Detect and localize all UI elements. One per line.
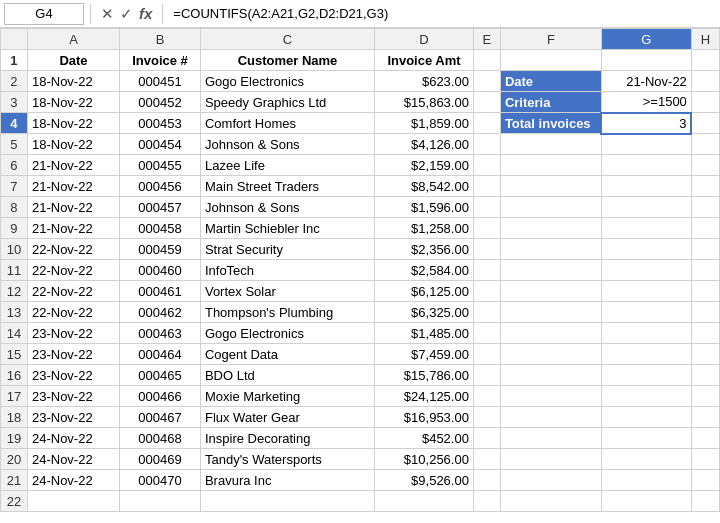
cell-c10[interactable]: Strat Security [200,239,374,260]
cell-a5[interactable]: 18-Nov-22 [27,134,119,155]
col-header-h[interactable]: H [691,29,719,50]
cell-a18[interactable]: 23-Nov-22 [27,407,119,428]
cell-b3[interactable]: 000452 [120,92,201,113]
confirm-icon[interactable]: ✓ [120,5,133,23]
cell-d5[interactable]: $4,126.00 [375,134,474,155]
cell-g4[interactable]: 3 [601,113,691,134]
cell-a16[interactable]: 23-Nov-22 [27,365,119,386]
cell-d11[interactable]: $2,584.00 [375,260,474,281]
cell-c9[interactable]: Martin Schiebler Inc [200,218,374,239]
cell-d14[interactable]: $1,485.00 [375,323,474,344]
cell-g3[interactable]: >=1500 [601,92,691,113]
cell-d8[interactable]: $1,596.00 [375,197,474,218]
cell-a6[interactable]: 21-Nov-22 [27,155,119,176]
cell-f3[interactable]: Criteria [500,92,601,113]
row-num-19[interactable]: 19 [1,428,28,449]
cell-b6[interactable]: 000455 [120,155,201,176]
cell-a12[interactable]: 22-Nov-22 [27,281,119,302]
cell-b19[interactable]: 000468 [120,428,201,449]
cell-a10[interactable]: 22-Nov-22 [27,239,119,260]
cell-c20[interactable]: Tandy's Watersports [200,449,374,470]
row-num-16[interactable]: 16 [1,365,28,386]
row-num-15[interactable]: 15 [1,344,28,365]
row-num-20[interactable]: 20 [1,449,28,470]
function-icon[interactable]: fx [139,5,152,22]
cell-b2[interactable]: 000451 [120,71,201,92]
col-header-e[interactable]: E [473,29,500,50]
row-num-10[interactable]: 10 [1,239,28,260]
cell-f2[interactable]: Date [500,71,601,92]
row-num-13[interactable]: 13 [1,302,28,323]
cell-a11[interactable]: 22-Nov-22 [27,260,119,281]
cell-b10[interactable]: 000459 [120,239,201,260]
cell-c22[interactable] [200,491,374,512]
row-num-5[interactable]: 5 [1,134,28,155]
cell-c1[interactable]: Customer Name [200,50,374,71]
cell-b21[interactable]: 000470 [120,470,201,491]
cell-a8[interactable]: 21-Nov-22 [27,197,119,218]
cell-b14[interactable]: 000463 [120,323,201,344]
cell-c6[interactable]: Lazee Life [200,155,374,176]
cell-c19[interactable]: Inspire Decorating [200,428,374,449]
row-num-17[interactable]: 17 [1,386,28,407]
cell-b1[interactable]: Invoice # [120,50,201,71]
row-num-7[interactable]: 7 [1,176,28,197]
cell-b4[interactable]: 000453 [120,113,201,134]
row-num-18[interactable]: 18 [1,407,28,428]
cell-a19[interactable]: 24-Nov-22 [27,428,119,449]
row-num-9[interactable]: 9 [1,218,28,239]
row-num-11[interactable]: 11 [1,260,28,281]
cell-b8[interactable]: 000457 [120,197,201,218]
cell-d10[interactable]: $2,356.00 [375,239,474,260]
cell-d6[interactable]: $2,159.00 [375,155,474,176]
cell-c13[interactable]: Thompson's Plumbing [200,302,374,323]
cell-d18[interactable]: $16,953.00 [375,407,474,428]
cell-c14[interactable]: Gogo Electronics [200,323,374,344]
name-box[interactable]: G4 [4,3,84,25]
cell-a22[interactable] [27,491,119,512]
cell-a21[interactable]: 24-Nov-22 [27,470,119,491]
row-num-14[interactable]: 14 [1,323,28,344]
cell-c15[interactable]: Cogent Data [200,344,374,365]
formula-input[interactable] [169,3,716,25]
cell-c18[interactable]: Flux Water Gear [200,407,374,428]
cell-c8[interactable]: Johnson & Sons [200,197,374,218]
row-num-3[interactable]: 3 [1,92,28,113]
cell-b7[interactable]: 000456 [120,176,201,197]
cell-d13[interactable]: $6,325.00 [375,302,474,323]
cell-a20[interactable]: 24-Nov-22 [27,449,119,470]
cell-a1[interactable]: Date [27,50,119,71]
cell-c7[interactable]: Main Street Traders [200,176,374,197]
cell-a15[interactable]: 23-Nov-22 [27,344,119,365]
cell-d19[interactable]: $452.00 [375,428,474,449]
row-num-22[interactable]: 22 [1,491,28,512]
cell-d3[interactable]: $15,863.00 [375,92,474,113]
col-header-f[interactable]: F [500,29,601,50]
cell-c5[interactable]: Johnson & Sons [200,134,374,155]
cell-b17[interactable]: 000466 [120,386,201,407]
cell-g2[interactable]: 21-Nov-22 [601,71,691,92]
cell-c11[interactable]: InfoTech [200,260,374,281]
cell-d2[interactable]: $623.00 [375,71,474,92]
cell-a4[interactable]: 18-Nov-22 [27,113,119,134]
cell-b18[interactable]: 000467 [120,407,201,428]
cell-b9[interactable]: 000458 [120,218,201,239]
cell-d15[interactable]: $7,459.00 [375,344,474,365]
cell-b22[interactable] [120,491,201,512]
cell-b5[interactable]: 000454 [120,134,201,155]
cell-d12[interactable]: $6,125.00 [375,281,474,302]
cell-d9[interactable]: $1,258.00 [375,218,474,239]
cell-c4[interactable]: Comfort Homes [200,113,374,134]
cell-b11[interactable]: 000460 [120,260,201,281]
row-num-1[interactable]: 1 [1,50,28,71]
cell-d16[interactable]: $15,786.00 [375,365,474,386]
cell-c12[interactable]: Vortex Solar [200,281,374,302]
cell-d20[interactable]: $10,256.00 [375,449,474,470]
col-header-b[interactable]: B [120,29,201,50]
cell-a3[interactable]: 18-Nov-22 [27,92,119,113]
cell-d21[interactable]: $9,526.00 [375,470,474,491]
cell-a2[interactable]: 18-Nov-22 [27,71,119,92]
row-num-2[interactable]: 2 [1,71,28,92]
cell-a17[interactable]: 23-Nov-22 [27,386,119,407]
col-header-a[interactable]: A [27,29,119,50]
